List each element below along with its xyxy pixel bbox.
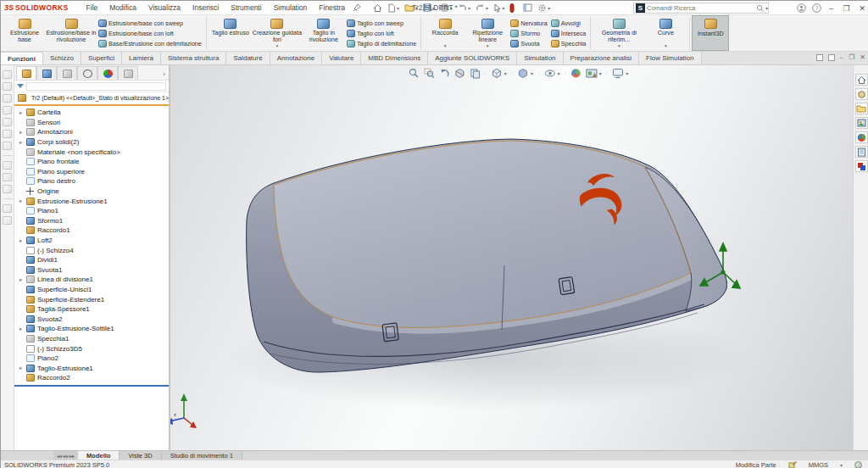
tab-superfici[interactable]: Superfici bbox=[81, 52, 122, 64]
tree-item[interactable]: Svuota1 bbox=[14, 265, 169, 276]
doc-close-button[interactable]: ✕ bbox=[860, 53, 865, 61]
tab-lamiera[interactable]: Lamiera bbox=[122, 52, 161, 64]
tree-item[interactable]: Piano superiore bbox=[14, 167, 169, 177]
tree-item[interactable]: Raccordo1 bbox=[14, 226, 169, 236]
view-palette-icon[interactable] bbox=[855, 117, 868, 129]
tree-item[interactable]: Sformo1 bbox=[14, 216, 169, 226]
loft-boss-button[interactable]: Estrusione/base con loft bbox=[98, 29, 202, 38]
tab-schizzo[interactable]: Schizzo bbox=[43, 52, 81, 64]
doc-restore-button[interactable]: ❐ bbox=[849, 53, 854, 61]
tree-item[interactable]: (-) Schizzo3D5 bbox=[14, 343, 169, 354]
save-icon[interactable]: ▾ bbox=[421, 2, 437, 14]
user-account-icon[interactable] bbox=[797, 3, 806, 13]
close-button[interactable]: ✕ bbox=[857, 4, 867, 13]
tab-valutare[interactable]: Valutare bbox=[322, 52, 361, 64]
tab-saldature[interactable]: Saldature bbox=[226, 52, 270, 64]
filter-input[interactable] bbox=[26, 82, 166, 91]
doc-icon-2[interactable] bbox=[828, 54, 835, 61]
tree-item[interactable]: ▸Annotazioni bbox=[14, 127, 169, 137]
left-tool-icon-3[interactable] bbox=[3, 94, 12, 103]
instant3d-toggle[interactable]: Instant3D bbox=[692, 15, 729, 51]
doc-minimize-button[interactable]: – bbox=[840, 53, 843, 61]
left-tool-icon-5[interactable] bbox=[3, 118, 12, 126]
left-tool-icon-4[interactable] bbox=[3, 106, 12, 114]
tab-modello[interactable]: Modello bbox=[78, 451, 120, 460]
tree-item[interactable]: Raccordo2 bbox=[14, 373, 169, 383]
boundary-boss-button[interactable]: Base/Estrusione con delimitazione bbox=[98, 39, 202, 48]
tree-item[interactable]: ▸Estrusione-Estrusione1 bbox=[14, 196, 169, 206]
tab-studio-di-movimento[interactable]: Studio di movimento 1 bbox=[162, 451, 242, 460]
units-label[interactable]: MMGS bbox=[809, 461, 828, 468]
menu-finestra[interactable]: Finestra bbox=[313, 3, 351, 12]
menu-strumenti[interactable]: Strumenti bbox=[225, 3, 267, 12]
cut-loft-button[interactable]: Taglio con loft bbox=[347, 29, 416, 38]
tree-item[interactable]: Origine bbox=[14, 187, 169, 197]
left-tool-icon-9[interactable] bbox=[3, 173, 12, 181]
panel-expand-chevron-icon[interactable]: › bbox=[163, 70, 165, 78]
tree-item[interactable]: Materiale <non specificato> bbox=[14, 147, 169, 157]
command-search[interactable]: S ▾ bbox=[633, 3, 769, 14]
linear-pattern-button[interactable]: Ripetizione lineare▾ bbox=[466, 16, 509, 50]
tree-root[interactable]: Tr2 (Default) <<Default>_Stato di visual… bbox=[14, 92, 169, 103]
tree-item[interactable]: Piano destro bbox=[14, 176, 169, 187]
tab-funzioni[interactable]: Funzioni bbox=[1, 52, 43, 64]
propertymanager-tab[interactable] bbox=[36, 66, 57, 80]
left-tool-icon-6[interactable] bbox=[3, 130, 12, 138]
left-tool-icon-10[interactable] bbox=[3, 185, 12, 193]
freeze-bar[interactable] bbox=[14, 104, 169, 106]
left-tool-icon-8[interactable] bbox=[3, 161, 12, 170]
tree-item[interactable]: Taglia-Spessore1 bbox=[14, 304, 169, 315]
wrap-button[interactable]: Avvolgi bbox=[551, 19, 587, 28]
displaymanager-tab[interactable] bbox=[97, 66, 118, 80]
tree-item[interactable]: Svuota2 bbox=[14, 314, 169, 324]
rib-button[interactable]: Nervatura bbox=[510, 19, 548, 28]
menu-file[interactable]: File bbox=[81, 3, 104, 12]
menu-simulation[interactable]: Simulation bbox=[268, 3, 314, 12]
menu-inserisci[interactable]: Inserisci bbox=[186, 3, 225, 12]
panel-icon[interactable] bbox=[521, 2, 534, 14]
cut-extrude-button[interactable]: Taglio estruso bbox=[209, 16, 252, 50]
shell-button[interactable]: Svuota bbox=[510, 39, 548, 48]
forum-icon[interactable] bbox=[855, 160, 868, 172]
menu-visualizza[interactable]: Visualizza bbox=[142, 3, 186, 12]
gear-icon[interactable]: ▾ bbox=[536, 2, 552, 14]
menu-modifica[interactable]: Modifica bbox=[103, 3, 142, 12]
dimxpertmanager-tab[interactable] bbox=[77, 66, 97, 80]
tree-item[interactable]: Superficie-Unisci1 bbox=[14, 285, 169, 295]
home-icon[interactable] bbox=[371, 2, 384, 14]
hole-wizard-button[interactable]: Creazione guidata fori▾ bbox=[252, 16, 303, 50]
tree-item[interactable]: Piano1 bbox=[14, 206, 169, 216]
tree-item[interactable]: Piano frontale bbox=[14, 157, 169, 167]
pin-menu-icon[interactable] bbox=[353, 3, 361, 12]
reference-geometry-button[interactable]: Geometria di riferim...▾ bbox=[593, 16, 644, 50]
redo-icon[interactable]: ▾ bbox=[474, 2, 490, 14]
revolve-boss-button[interactable]: Estrusione/base in rivoluzione bbox=[46, 16, 97, 50]
model-3d[interactable]: z bbox=[170, 65, 853, 450]
help-icon[interactable]: ? bbox=[812, 3, 821, 13]
tab-preparazione-analisi[interactable]: Preparazione analisi bbox=[564, 52, 640, 64]
cut-revolve-button[interactable]: Taglio in rivoluzione bbox=[303, 16, 345, 50]
tree-item[interactable]: Superficie-Estendere1 bbox=[14, 294, 169, 304]
tree-item[interactable]: Sensori bbox=[14, 118, 169, 128]
cam-tab[interactable] bbox=[118, 66, 138, 80]
open-icon[interactable]: ▾ bbox=[403, 2, 420, 14]
filter-icon[interactable] bbox=[17, 84, 24, 88]
tree-item[interactable]: Dividi1 bbox=[14, 255, 169, 265]
left-tool-icon-12[interactable] bbox=[3, 216, 12, 225]
tree-item[interactable]: ▸Cartella bbox=[14, 108, 169, 118]
tree-item[interactable]: (-) Schizzo4 bbox=[14, 245, 169, 255]
tab-viste-3d[interactable]: Viste 3D bbox=[120, 451, 161, 460]
doc-icon-1[interactable] bbox=[816, 54, 823, 61]
tree-item[interactable]: Specchia1 bbox=[14, 334, 169, 344]
cut-boundary-button[interactable]: Taglio di delimitazione bbox=[347, 39, 416, 48]
curves-button[interactable]: Curve▾ bbox=[644, 16, 687, 50]
rollback-bar[interactable] bbox=[14, 385, 169, 387]
search-input[interactable] bbox=[647, 4, 756, 12]
tree-item[interactable]: ▸Linea di divisione1 bbox=[14, 275, 169, 285]
custom-properties-icon[interactable] bbox=[855, 146, 868, 158]
print-icon[interactable]: ▾ bbox=[438, 2, 454, 14]
left-tool-icon-1[interactable] bbox=[3, 70, 12, 79]
sweep-boss-button[interactable]: Estrusione/base con sweep bbox=[98, 19, 202, 28]
tree-item[interactable]: ▸Taglio-Estrusione-Sottile1 bbox=[14, 324, 169, 334]
design-library-icon[interactable] bbox=[855, 88, 868, 100]
